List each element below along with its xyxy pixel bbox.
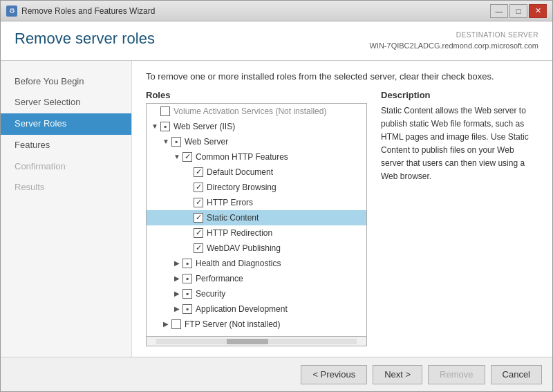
tree-item-dir-browsing[interactable]: Directory Browsing [147, 180, 366, 195]
checkbox-web-server-iis[interactable] [160, 122, 170, 131]
tree-item-common-http[interactable]: ▼ Common HTTP Features [147, 149, 366, 165]
label-security: Security [196, 289, 225, 299]
checkbox-http-redirect[interactable] [194, 228, 203, 238]
tree-item-volume-activation[interactable]: Volume Activation Services (Not installe… [147, 104, 366, 119]
expander-security[interactable]: ▶ [171, 288, 182, 299]
remove-button[interactable]: Remove [428, 365, 485, 384]
checkbox-static-content[interactable] [194, 213, 203, 223]
previous-button[interactable]: < Previous [301, 365, 367, 384]
tree-item-static-content[interactable]: Static Content [147, 210, 366, 225]
scrollbar-thumb[interactable] [227, 339, 268, 344]
sidebar-item-before-you-begin[interactable]: Before You Begin [1, 71, 131, 93]
roles-panel-header: Roles [146, 90, 367, 100]
dest-server-label: DESTINATION SERVER [369, 30, 538, 40]
horizontal-scrollbar[interactable] [146, 337, 367, 346]
roles-panel: Roles Volume Activation Services (Not in… [146, 90, 367, 347]
app-icon: ⚙ [6, 6, 17, 17]
tree-item-health-diag[interactable]: ▶ Health and Diagnostics [147, 256, 366, 271]
sidebar-item-confirmation: Confirmation [1, 156, 131, 178]
tree-item-app-dev[interactable]: ▶ Application Development [147, 301, 366, 317]
tree-item-http-redirect[interactable]: HTTP Redirection [147, 225, 366, 241]
cancel-button[interactable]: Cancel [491, 365, 542, 384]
label-static-content: Static Content [207, 213, 259, 223]
tree-item-http-errors[interactable]: HTTP Errors [147, 195, 366, 210]
body-area: Before You Begin Server Selection Server… [1, 61, 552, 357]
checkbox-webdav[interactable] [194, 243, 203, 253]
two-column-layout: Roles Volume Activation Services (Not in… [146, 90, 538, 347]
label-app-dev: Application Development [196, 304, 288, 314]
label-http-redirect: HTTP Redirection [207, 228, 272, 238]
expander-performance[interactable]: ▶ [171, 273, 182, 284]
tree-item-web-server[interactable]: ▼ Web Server [147, 134, 366, 149]
checkbox-common-http[interactable] [182, 152, 192, 162]
content-area: To remove one or more installed roles fr… [132, 61, 552, 357]
label-dir-browsing: Directory Browsing [207, 183, 276, 192]
minimize-button[interactable]: — [490, 4, 508, 18]
checkbox-http-errors[interactable] [194, 198, 203, 207]
dest-server-name: WIN-7QIBC2LADCG.redmond.corp.microsoft.c… [369, 40, 538, 52]
maximize-button[interactable]: □ [509, 4, 527, 18]
checkbox-security[interactable] [182, 289, 192, 299]
header-area: Remove server roles DESTINATION SERVER W… [1, 21, 552, 61]
checkbox-health-diag[interactable] [182, 259, 192, 268]
checkbox-volume-activation[interactable] [160, 106, 170, 116]
checkbox-ftp-server[interactable] [171, 319, 181, 329]
description-header: Description [381, 90, 538, 100]
tree-item-default-doc[interactable]: Default Document [147, 165, 366, 180]
label-http-errors: HTTP Errors [207, 198, 253, 207]
sidebar-item-server-roles[interactable]: Server Roles [1, 113, 131, 135]
title-bar-left: ⚙ Remove Roles and Features Wizard [6, 6, 155, 17]
sidebar-item-server-selection[interactable]: Server Selection [1, 92, 131, 113]
page-title: Remove server roles [15, 30, 155, 48]
checkbox-app-dev[interactable] [182, 304, 192, 314]
label-web-server-iis: Web Server (IIS) [174, 122, 235, 131]
main-window: ⚙ Remove Roles and Features Wizard — □ ✕… [0, 0, 553, 392]
title-bar: ⚙ Remove Roles and Features Wizard — □ ✕ [1, 1, 552, 21]
tree-item-ftp-server[interactable]: ▶ FTP Server (Not installed) [147, 317, 366, 332]
expander-ftp-server[interactable]: ▶ [160, 319, 171, 330]
footer: < Previous Next > Remove Cancel [1, 357, 552, 391]
destination-server-info: DESTINATION SERVER WIN-7QIBC2LADCG.redmo… [369, 30, 538, 52]
expander-web-server[interactable]: ▼ [160, 136, 171, 147]
label-volume-activation: Volume Activation Services (Not installe… [174, 106, 326, 116]
expander-app-dev[interactable]: ▶ [171, 304, 182, 315]
instruction-text: To remove one or more installed roles fr… [146, 71, 538, 82]
checkbox-web-server[interactable] [171, 137, 181, 147]
window-title: Remove Roles and Features Wizard [21, 6, 155, 16]
checkbox-default-doc[interactable] [194, 167, 203, 177]
label-ftp-server: FTP Server (Not installed) [185, 319, 281, 329]
checkbox-performance[interactable] [182, 274, 192, 283]
sidebar-item-features[interactable]: Features [1, 135, 131, 156]
tree-item-security[interactable]: ▶ Security [147, 286, 366, 301]
expander-common-http[interactable]: ▼ [171, 151, 182, 162]
title-bar-controls: — □ ✕ [490, 4, 547, 18]
sidebar: Before You Begin Server Selection Server… [1, 61, 132, 357]
main-content: Remove server roles DESTINATION SERVER W… [1, 21, 552, 391]
checkbox-dir-browsing[interactable] [194, 183, 203, 192]
label-performance: Performance [196, 274, 243, 283]
sidebar-item-results: Results [1, 177, 131, 198]
tree-item-webdav[interactable]: WebDAV Publishing [147, 241, 366, 256]
label-default-doc: Default Document [207, 167, 273, 177]
roles-tree[interactable]: Volume Activation Services (Not installe… [146, 103, 367, 337]
tree-item-performance[interactable]: ▶ Performance [147, 271, 366, 286]
scrollbar-track [156, 339, 357, 344]
next-button[interactable]: Next > [373, 365, 422, 384]
tree-item-web-server-iis[interactable]: ▼ Web Server (IIS) [147, 119, 366, 134]
label-webdav: WebDAV Publishing [207, 243, 281, 253]
expander-health-diag[interactable]: ▶ [171, 258, 182, 269]
close-button[interactable]: ✕ [529, 4, 547, 18]
description-panel: Description Static Content allows the We… [381, 90, 538, 347]
label-health-diag: Health and Diagnostics [196, 259, 281, 268]
label-web-server: Web Server [185, 137, 228, 147]
description-text: Static Content allows the Web server to … [381, 104, 538, 184]
label-common-http: Common HTTP Features [196, 152, 288, 162]
expander-web-server-iis[interactable]: ▼ [149, 121, 160, 132]
